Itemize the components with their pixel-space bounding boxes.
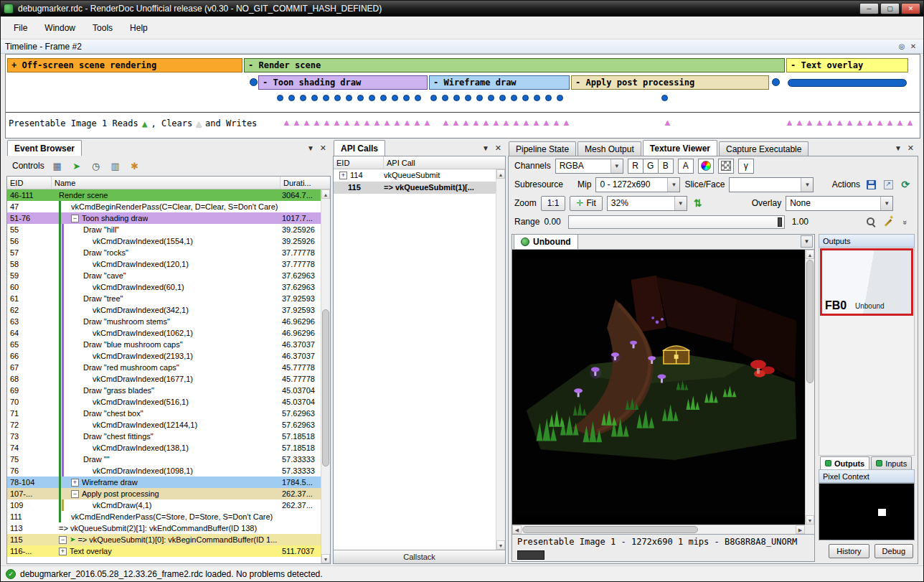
texture-tab-unbound[interactable]: Unbound <box>514 234 578 249</box>
scroll-up-icon[interactable]: ▲ <box>321 189 330 199</box>
event-row[interactable]: 55Draw "hill"39.25926 <box>7 224 321 235</box>
event-row[interactable]: 75Draw ""57.33333 <box>7 454 321 465</box>
event-row[interactable]: 78-104+Wireframe draw1784.5... <box>7 477 321 488</box>
tab-outputs[interactable]: Outputs <box>820 456 869 469</box>
event-row[interactable]: 63Draw "mushroom stems"46.96296 <box>7 316 321 327</box>
event-row[interactable]: 116-...+Text overlay511.7037 <box>7 545 321 557</box>
scrollbar-thumb[interactable] <box>806 260 814 383</box>
write-marker-icon[interactable]: ▲ <box>512 118 521 127</box>
channel-b-button[interactable]: B <box>658 159 674 174</box>
event-dot[interactable] <box>772 78 780 86</box>
range-min-value[interactable]: 0.00 <box>544 217 560 227</box>
export-icon[interactable] <box>882 178 895 191</box>
event-dot[interactable] <box>250 78 258 86</box>
pixel-context-view[interactable] <box>819 483 915 540</box>
texture-image[interactable] <box>512 250 805 525</box>
goto-eid-icon[interactable]: ➤ <box>70 159 83 172</box>
event-dot[interactable] <box>557 95 563 101</box>
write-marker-icon[interactable]: ▲ <box>663 118 672 127</box>
zoom-select[interactable]: 32% ▼ <box>607 196 687 211</box>
event-dot[interactable] <box>357 95 364 101</box>
write-marker-icon[interactable]: ▲ <box>451 118 461 127</box>
timeline-grid-icon[interactable]: ▦ <box>51 159 64 172</box>
event-row[interactable]: 71Draw "chest box"57.62963 <box>7 408 321 419</box>
event-row[interactable]: 115−➤=> vkQueueSubmit(1)[0]: vkBeginComm… <box>7 534 321 545</box>
scroll-left-icon[interactable]: ◀ <box>512 525 522 534</box>
write-marker-icon[interactable]: ▲ <box>292 118 301 127</box>
write-marker-icon[interactable]: ▲ <box>562 118 571 127</box>
event-row[interactable]: 72vkCmdDrawIndexed(12144,1)57.62963 <box>7 419 321 431</box>
write-marker-icon[interactable]: ▲ <box>362 118 372 127</box>
event-row[interactable]: 74vkCmdDrawIndexed(138,1)57.18518 <box>7 442 321 454</box>
canvas-vertical-scrollbar[interactable]: ▲ ▼ <box>805 250 814 525</box>
chevron-down-icon[interactable]: ▼ <box>482 144 489 152</box>
timeline-bar[interactable]: - Apply post processing <box>571 75 769 90</box>
tab-api-calls[interactable]: API Calls <box>334 140 385 156</box>
column-name[interactable]: Name <box>52 177 280 189</box>
chevron-down-icon[interactable]: ▼ <box>895 144 902 152</box>
close-icon[interactable]: ✕ <box>320 144 326 153</box>
write-marker-icon[interactable]: ▲ <box>441 118 451 127</box>
write-marker-icon[interactable]: ▲ <box>461 118 471 127</box>
write-marker-icon[interactable]: ▲ <box>412 118 422 127</box>
write-marker-icon[interactable]: ▲ <box>282 118 291 127</box>
write-marker-icon[interactable]: ▲ <box>552 118 561 127</box>
write-marker-icon[interactable]: ▲ <box>785 118 794 127</box>
zoom-1to1-button[interactable]: 1:1 <box>541 196 566 211</box>
event-row[interactable]: 66vkCmdDrawIndexed(2193,1)46.37037 <box>7 350 321 362</box>
tab-capture-executable[interactable]: Capture Executable <box>719 141 808 156</box>
write-marker-icon[interactable]: ▲ <box>372 118 382 127</box>
channels-select[interactable]: RGBA ▼ <box>555 159 623 174</box>
timeline-bar[interactable]: + Off-screen scene rendering <box>7 58 242 72</box>
event-row[interactable]: 65Draw "blue mushroom caps"46.37037 <box>7 339 321 350</box>
draw-span[interactable] <box>788 79 907 87</box>
event-dot[interactable] <box>300 95 306 101</box>
minimize-button[interactable]: ─ <box>859 3 879 14</box>
channel-g-button[interactable]: G <box>643 159 659 174</box>
tab-inputs[interactable]: Inputs <box>871 456 912 469</box>
event-row[interactable]: 46-111Render scene3064.7... <box>7 189 321 201</box>
scrollbar-thumb[interactable] <box>322 309 329 466</box>
event-row[interactable]: 70vkCmdDrawIndexed(516,1)45.03704 <box>7 396 321 408</box>
refresh-icon[interactable]: ⟳ <box>899 178 912 191</box>
tab-event-browser[interactable]: Event Browser <box>7 140 82 156</box>
texture-canvas[interactable]: ▲ ▼ ◀ ▶ <box>512 250 814 534</box>
event-dot[interactable] <box>288 95 295 101</box>
event-row[interactable]: 107-...−Apply post processing262.37... <box>7 488 321 499</box>
timeline-bar[interactable]: - Render scene <box>244 58 785 72</box>
event-row[interactable]: 58vkCmdDrawIndexed(120,1)37.77778 <box>7 258 321 270</box>
timeline-bar[interactable]: - Text overlay <box>786 58 908 72</box>
event-dot[interactable] <box>511 95 517 101</box>
event-dot[interactable] <box>476 95 483 101</box>
write-marker-icon[interactable]: ▲ <box>805 118 814 127</box>
fb0-thumbnail[interactable]: FB0 Unbound <box>820 248 913 316</box>
event-dot[interactable] <box>442 95 448 101</box>
texture-list-chevron-icon[interactable]: ▼ <box>801 235 813 248</box>
range-max-value[interactable]: 1.00 <box>792 217 808 227</box>
checkerboard-button[interactable] <box>718 159 734 174</box>
event-row[interactable]: 51-76−Toon shading draw1017.7... <box>7 212 321 224</box>
range-slider[interactable] <box>568 215 785 229</box>
event-dot[interactable] <box>323 95 329 101</box>
event-dot[interactable] <box>346 95 352 101</box>
write-marker-icon[interactable]: ▲ <box>392 118 402 127</box>
event-row[interactable]: 59Draw "cave"37.62963 <box>7 270 321 281</box>
menu-tools[interactable]: Tools <box>84 19 121 37</box>
event-row[interactable]: 76vkCmdDrawIndexed(1098,1)57.33333 <box>7 465 321 477</box>
write-marker-icon[interactable]: ▲ <box>542 118 551 127</box>
event-dot[interactable] <box>545 95 552 101</box>
event-browser-scrollbar[interactable]: ▲ ▼ <box>321 189 330 563</box>
write-marker-icon[interactable]: ▲ <box>522 118 531 127</box>
event-dot[interactable] <box>392 95 398 101</box>
event-row[interactable]: 67Draw "red mushroom caps"45.77778 <box>7 362 321 373</box>
colorwheel-button[interactable] <box>698 159 714 174</box>
event-row[interactable]: 68vkCmdDrawIndexed(1677,1)45.77778 <box>7 373 321 385</box>
overflow-icon[interactable]: » <box>899 215 912 228</box>
stats-icon[interactable]: ▥ <box>109 159 122 172</box>
event-row[interactable]: 64vkCmdDrawIndexed(1062,1)46.96296 <box>7 327 321 339</box>
canvas-horizontal-scrollbar[interactable]: ◀ ▶ <box>512 525 805 534</box>
scroll-down-icon[interactable]: ▼ <box>806 515 814 525</box>
write-marker-icon[interactable]: ▲ <box>352 118 362 127</box>
timeline-panel[interactable]: + Off-screen scene rendering- Render sce… <box>5 54 920 139</box>
column-api-call[interactable]: API Call <box>384 156 505 169</box>
